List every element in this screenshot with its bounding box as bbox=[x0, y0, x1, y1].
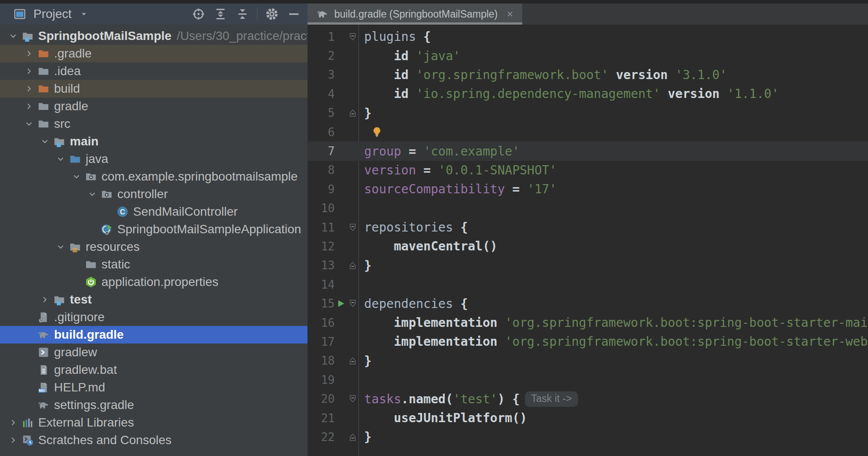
code-text: plugins { bbox=[364, 29, 431, 44]
intention-bulb-icon[interactable] bbox=[370, 126, 383, 139]
chevron-down-icon[interactable] bbox=[21, 119, 37, 129]
chevron-right-icon[interactable] bbox=[21, 101, 37, 111]
chevron-right-icon[interactable] bbox=[5, 435, 21, 445]
tree-item-test[interactable]: test bbox=[0, 291, 307, 308]
chevron-down-icon[interactable] bbox=[37, 137, 53, 146]
code-line-2[interactable]: 2 id 'java' bbox=[307, 46, 868, 65]
project-panel-title[interactable]: Project bbox=[33, 7, 72, 21]
code-line-8[interactable]: 8version = '0.0.1-SNAPSHOT' bbox=[307, 161, 868, 180]
chevron-down-icon[interactable] bbox=[80, 10, 88, 18]
fold-close-marker-icon[interactable] bbox=[347, 261, 359, 270]
chevron-right-icon[interactable] bbox=[21, 84, 37, 94]
code-text: } bbox=[364, 354, 372, 368]
tree-item-resources[interactable]: resources bbox=[0, 238, 307, 256]
tree-item-static[interactable]: static bbox=[0, 256, 307, 273]
code-token: 'com.example' bbox=[423, 144, 520, 159]
settings-icon[interactable] bbox=[264, 7, 279, 22]
code-token: } bbox=[364, 106, 372, 120]
tab-label: build.gradle (SpringbootMailSample) bbox=[334, 8, 498, 20]
code-line-1[interactable]: 1plugins { bbox=[307, 27, 868, 46]
code-text: implementation 'org.springframework.boot… bbox=[364, 334, 868, 349]
chevron-right-icon[interactable] bbox=[37, 295, 53, 304]
fold-open-marker-icon[interactable] bbox=[347, 223, 359, 232]
chevron-down-icon[interactable] bbox=[5, 31, 21, 41]
tree-item-controller[interactable]: controller bbox=[0, 185, 307, 203]
tree-item-label: test bbox=[70, 293, 92, 307]
tab-build-gradle[interactable]: build.gradle (SpringbootMailSample) bbox=[307, 4, 522, 25]
line-number: 11 bbox=[307, 221, 335, 234]
chevron-down-icon[interactable] bbox=[69, 172, 84, 181]
tree-item--gitignore[interactable]: .gitignore bbox=[0, 308, 307, 326]
tree-item-label: java bbox=[86, 152, 108, 166]
code-token: } bbox=[364, 430, 372, 444]
code-editor[interactable]: 1plugins {2 id 'java'3 id 'org.springfra… bbox=[307, 25, 868, 456]
close-icon[interactable] bbox=[506, 10, 514, 18]
tree-item-gradle[interactable]: gradle bbox=[0, 98, 307, 115]
code-line-15[interactable]: 15dependencies { bbox=[307, 294, 868, 313]
tree-item-java[interactable]: java bbox=[0, 150, 307, 168]
code-line-17[interactable]: 17 implementation 'org.springframework.b… bbox=[307, 332, 868, 351]
fold-open-marker-icon[interactable] bbox=[347, 394, 359, 404]
folder-icon bbox=[37, 65, 50, 77]
code-line-7[interactable]: 7group = 'com.example' bbox=[307, 141, 868, 160]
fold-open-marker-icon[interactable] bbox=[347, 299, 359, 308]
fold-open-marker-icon[interactable] bbox=[347, 32, 359, 42]
code-line-9[interactable]: 9sourceCompatibility = '17' bbox=[307, 180, 868, 199]
run-gutter-icon[interactable] bbox=[335, 298, 347, 309]
tree-item-help-md[interactable]: MDHELP.md bbox=[0, 379, 307, 396]
chevron-down-icon[interactable] bbox=[84, 189, 100, 199]
gitignore-file-icon bbox=[37, 311, 50, 323]
code-line-10[interactable]: 10 bbox=[307, 199, 868, 218]
tree-item-gradlew-bat[interactable]: gradlew.bat bbox=[0, 361, 307, 379]
fold-close-marker-icon[interactable] bbox=[347, 356, 359, 366]
hide-icon[interactable] bbox=[286, 7, 301, 22]
chevron-right-icon[interactable] bbox=[21, 49, 37, 58]
code-line-12[interactable]: 12 mavenCentral() bbox=[307, 237, 868, 256]
tree-item-external-libraries[interactable]: External Libraries bbox=[0, 414, 307, 431]
toolbar-separator bbox=[257, 7, 257, 21]
tree-item-gradlew[interactable]: gradlew bbox=[0, 344, 307, 361]
code-line-14[interactable]: 14 bbox=[307, 275, 868, 294]
chevron-down-icon[interactable] bbox=[53, 242, 69, 252]
code-line-3[interactable]: 3 id 'org.springframework.boot' version … bbox=[307, 65, 868, 84]
code-line-22[interactable]: 22} bbox=[307, 427, 868, 446]
line-number: 7 bbox=[307, 145, 335, 158]
fold-close-marker-icon[interactable] bbox=[347, 108, 359, 118]
tree-item-sendmailcontroller[interactable]: CSendMailController bbox=[0, 203, 307, 221]
code-line-20[interactable]: 20tasks.named('test') {Task it -> bbox=[307, 389, 868, 408]
tree-item-springbootmailsampleapplication[interactable]: SpringbootMailSampleApplication bbox=[0, 221, 307, 238]
code-line-6[interactable]: 6 bbox=[307, 123, 868, 141]
code-line-13[interactable]: 13} bbox=[307, 256, 868, 275]
springboot-class-icon bbox=[100, 223, 113, 235]
chevron-right-icon[interactable] bbox=[21, 66, 37, 76]
code-line-4[interactable]: 4 id 'io.spring.dependency-management' v… bbox=[307, 84, 868, 103]
code-line-19[interactable]: 19 bbox=[307, 370, 868, 389]
code-line-5[interactable]: 5} bbox=[307, 104, 868, 123]
locate-icon[interactable] bbox=[191, 7, 206, 22]
tree-item-build[interactable]: build bbox=[0, 80, 307, 98]
tree-item-main[interactable]: main bbox=[0, 133, 307, 150]
folder-icon bbox=[37, 118, 50, 130]
expand-all-icon[interactable] bbox=[213, 7, 228, 22]
tree-item-application-properties[interactable]: application.properties bbox=[0, 273, 307, 291]
code-line-18[interactable]: 18} bbox=[307, 351, 868, 370]
chevron-down-icon[interactable] bbox=[53, 154, 69, 164]
tree-item-scratches-and-consoles[interactable]: Scratches and Consoles bbox=[0, 431, 307, 449]
line-number: 17 bbox=[307, 335, 335, 348]
code-line-21[interactable]: 21 useJUnitPlatform() bbox=[307, 409, 868, 427]
tree-item-springbootmailsample[interactable]: SpringbootMailSample/Users/30_practice/p… bbox=[0, 27, 307, 45]
code-line-11[interactable]: 11repositories { bbox=[307, 218, 868, 237]
line-number: 12 bbox=[307, 240, 335, 253]
project-toolwindow-icon[interactable] bbox=[12, 7, 27, 22]
code-line-16[interactable]: 16 implementation 'org.springframework.b… bbox=[307, 313, 868, 332]
tree-item-build-gradle[interactable]: build.gradle bbox=[0, 326, 307, 344]
tree-item-settings-gradle[interactable]: settings.gradle bbox=[0, 396, 307, 414]
tree-item-src[interactable]: src bbox=[0, 115, 307, 133]
collapse-all-icon[interactable] bbox=[235, 7, 250, 22]
chevron-right-icon[interactable] bbox=[5, 418, 21, 427]
tree-item-com-example-springbootmailsample[interactable]: com.example.springbootmailsample bbox=[0, 168, 307, 185]
tree-item--gradle[interactable]: .gradle bbox=[0, 45, 307, 62]
tree-item--idea[interactable]: .idea bbox=[0, 62, 307, 80]
source-folder-icon bbox=[53, 135, 66, 148]
fold-close-marker-icon[interactable] bbox=[347, 432, 359, 442]
